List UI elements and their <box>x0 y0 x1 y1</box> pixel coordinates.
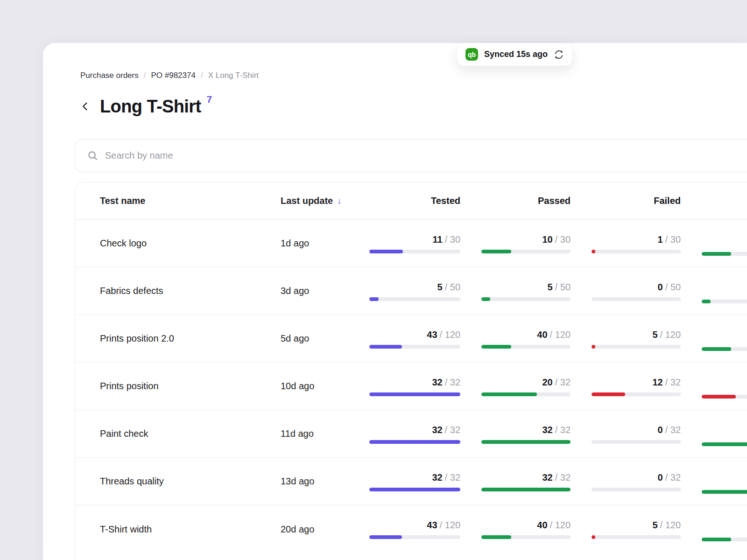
failed-cell: 0/ 32 <box>571 424 681 444</box>
search-icon <box>87 150 98 161</box>
test-name: T-Shirt width <box>75 524 281 535</box>
extra-progress-bar <box>702 252 747 256</box>
failed-progress-bar <box>592 535 681 539</box>
breadcrumb-po-number[interactable]: PO #982374 <box>151 71 195 80</box>
tested-progress-bar <box>369 392 460 396</box>
test-name: Check logo <box>75 238 281 249</box>
column-header-failed[interactable]: Failed <box>571 196 681 206</box>
table-body: Check logo 1d ago 11/ 30 10/ 30 1/ 30 <box>75 220 747 553</box>
column-header-tested[interactable]: Tested <box>369 196 460 206</box>
failed-progress-bar <box>592 440 681 444</box>
last-update: 5d ago <box>281 333 369 344</box>
breadcrumb-separator: / <box>201 71 203 80</box>
test-name: Prints position 2.0 <box>75 333 281 344</box>
passed-value: 32/ 32 <box>542 472 571 483</box>
extra-progress-bar <box>702 442 747 446</box>
quickbooks-icon: qb <box>465 48 478 61</box>
sync-status-pill[interactable]: qb Synced 15s ago <box>458 43 572 66</box>
passed-value: 40/ 120 <box>537 519 571 531</box>
search-input[interactable] <box>105 140 747 172</box>
failed-value: 0/ 32 <box>658 424 681 435</box>
passed-cell: 40/ 120 <box>460 519 571 539</box>
failed-value: 0/ 50 <box>658 281 681 293</box>
passed-cell: 5/ 50 <box>460 281 571 301</box>
table-row[interactable]: T-Shirt width 20d ago 43/ 120 40/ 120 5/… <box>75 505 747 553</box>
tested-value: 32/ 32 <box>432 424 460 435</box>
failed-cell: 5/ 120 <box>571 329 681 349</box>
breadcrumb: Purchase orders / PO #982374 / X Long T-… <box>80 71 259 80</box>
last-update: 11d ago <box>281 428 369 439</box>
failed-value: 5/ 120 <box>652 519 681 531</box>
failed-progress-bar <box>592 392 681 396</box>
page-title: Long T-Shirt <box>100 97 201 117</box>
passed-progress-bar <box>481 440 571 444</box>
column-header-test-name[interactable]: Test name <box>75 196 281 206</box>
table-row[interactable]: Fabrics defects 3d ago 5/ 50 5/ 50 0/ 50 <box>75 267 747 315</box>
last-update: 10d ago <box>281 381 369 392</box>
passed-cell: 10/ 30 <box>460 234 571 253</box>
tested-value: 5/ 50 <box>437 281 460 293</box>
failed-cell: 0/ 32 <box>571 472 681 491</box>
failed-value: 0/ 32 <box>658 472 681 483</box>
failed-cell: 0/ 50 <box>571 281 681 301</box>
tested-progress-bar <box>369 250 460 253</box>
refresh-icon[interactable] <box>554 49 564 60</box>
tested-progress-bar <box>369 488 460 491</box>
extra-progress-bar <box>702 395 747 399</box>
extra-cell <box>681 469 747 494</box>
column-header-last-update[interactable]: Last update ↓ <box>281 196 369 206</box>
last-update: 20d ago <box>281 524 369 535</box>
tested-progress-bar <box>369 535 460 539</box>
failed-progress-bar <box>592 250 681 253</box>
extra-progress-bar <box>702 347 747 351</box>
sort-desc-icon: ↓ <box>337 196 342 206</box>
tested-value: 43/ 120 <box>427 329 460 340</box>
search-bar <box>75 139 747 172</box>
tested-cell: 32/ 32 <box>369 424 460 444</box>
table-row[interactable]: Check logo 1d ago 11/ 30 10/ 30 1/ 30 <box>75 220 747 267</box>
failed-value: 1/ 30 <box>658 234 681 245</box>
passed-progress-bar <box>481 250 571 253</box>
test-name: Prints position <box>75 381 281 392</box>
tested-value: 32/ 32 <box>432 472 460 483</box>
failed-progress-bar <box>592 488 681 491</box>
failed-progress-bar <box>592 345 681 349</box>
passed-progress-bar <box>481 297 571 301</box>
breadcrumb-current-page: X Long T-Shirt <box>208 71 259 80</box>
back-button[interactable] <box>78 100 92 113</box>
failed-cell: 1/ 30 <box>571 234 681 253</box>
chevron-left-icon <box>80 101 90 112</box>
content-card: Purchase orders / PO #982374 / X Long T-… <box>43 43 747 560</box>
extra-cell <box>681 422 747 446</box>
tested-cell: 11/ 30 <box>369 234 460 253</box>
test-name: Paint check <box>75 428 281 439</box>
title-row: Long T-Shirt 7 <box>78 94 212 119</box>
passed-progress-bar <box>481 345 571 349</box>
extra-cell <box>681 231 747 256</box>
tested-progress-bar <box>369 297 460 301</box>
column-header-passed[interactable]: Passed <box>460 196 571 206</box>
extra-progress-bar <box>702 490 747 494</box>
passed-value: 32/ 32 <box>542 424 571 435</box>
table-row[interactable]: Prints position 10d ago 32/ 32 20/ 32 12… <box>75 363 747 410</box>
tests-table: Test name Last update ↓ Tested Passed Fa… <box>75 182 747 560</box>
tested-cell: 43/ 120 <box>369 329 460 349</box>
passed-progress-bar <box>481 535 571 539</box>
tested-cell: 32/ 32 <box>369 377 460 396</box>
passed-value: 5/ 50 <box>548 281 571 293</box>
last-update: 1d ago <box>281 238 369 249</box>
extra-cell <box>681 327 747 351</box>
passed-cell: 20/ 32 <box>460 377 571 396</box>
extra-cell <box>681 374 747 399</box>
table-row[interactable]: Paint check 11d ago 32/ 32 32/ 32 0/ 32 <box>75 410 747 458</box>
tested-progress-bar <box>369 345 460 349</box>
breadcrumb-purchase-orders[interactable]: Purchase orders <box>80 71 139 80</box>
table-row[interactable]: Threads quality 13d ago 32/ 32 32/ 32 0/… <box>75 458 747 505</box>
passed-cell: 40/ 120 <box>460 329 571 349</box>
table-row[interactable]: Prints position 2.0 5d ago 43/ 120 40/ 1… <box>75 315 747 363</box>
tested-value: 43/ 120 <box>427 519 460 531</box>
extra-cell <box>681 517 747 541</box>
passed-cell: 32/ 32 <box>460 424 571 444</box>
test-name: Fabrics defects <box>75 286 281 296</box>
breadcrumb-separator: / <box>144 71 146 80</box>
